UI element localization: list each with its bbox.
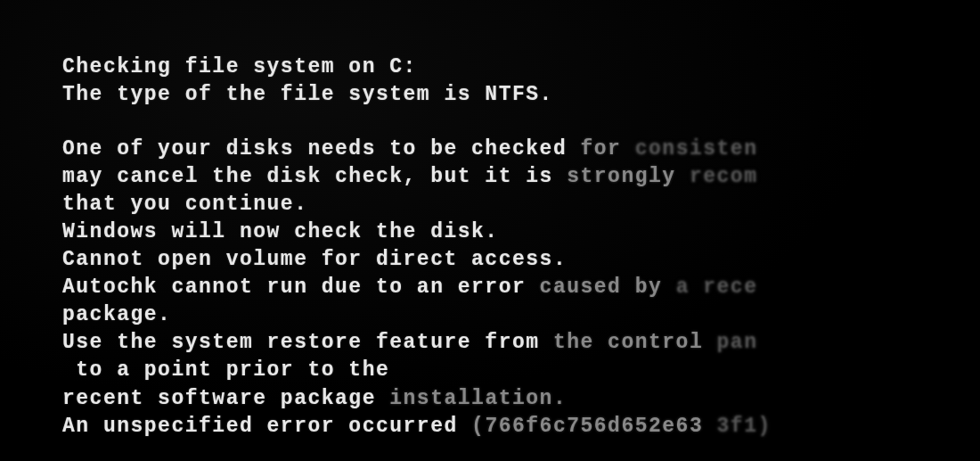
line-text: to a point prior to the xyxy=(62,358,389,382)
line-text-faded: (766f6c756d652e63 xyxy=(471,415,716,438)
line-text-faded: recom xyxy=(690,165,758,188)
line-text: One of your disks needs to be checked xyxy=(62,137,581,161)
line-text: recent software package xyxy=(62,387,389,410)
line-text: The type of the file system is NTFS. xyxy=(62,83,553,106)
console-line: may cancel the disk check, but it is str… xyxy=(62,163,980,191)
line-text: may cancel the disk check, but it is xyxy=(62,165,567,188)
console-line: The type of the file system is NTFS. xyxy=(62,81,980,109)
line-text: Autochk cannot run due to an error xyxy=(62,276,540,299)
line-text-faded: the control xyxy=(553,331,717,354)
console-line: that you continue. xyxy=(62,191,980,218)
line-text: package. xyxy=(62,303,171,326)
console-line: to a point prior to the xyxy=(62,357,980,384)
line-text-faded: pan xyxy=(717,331,758,354)
line-text: Windows will now check the disk. xyxy=(62,220,499,243)
line-text-faded: consisten xyxy=(635,137,758,161)
console-line: recent software package installation. xyxy=(62,385,980,413)
line-text-faded: for xyxy=(581,137,635,161)
console-line: An unspecified error occurred (766f6c756… xyxy=(62,413,980,440)
line-text-faded: caused by xyxy=(540,276,676,299)
line-text: An unspecified error occurred xyxy=(62,415,471,438)
console-line: package. xyxy=(62,301,980,329)
blank-line xyxy=(62,109,980,136)
line-text: Checking file system on C: xyxy=(62,55,417,78)
line-text-faded: installation. xyxy=(389,387,567,410)
line-text: Cannot open volume for direct access. xyxy=(62,248,567,271)
line-text: that you continue. xyxy=(62,193,307,216)
console-line: Autochk cannot run due to an error cause… xyxy=(62,274,980,301)
line-text-faded: a rece xyxy=(676,276,758,299)
console-output: Checking file system on C: The type of t… xyxy=(62,54,980,440)
console-line: Windows will now check the disk. xyxy=(62,218,980,246)
line-text: Use the system restore feature from xyxy=(62,331,553,354)
console-line: Checking file system on C: xyxy=(62,54,980,81)
console-line: Use the system restore feature from the … xyxy=(62,329,980,357)
line-text-faded: 3f1) xyxy=(717,415,772,438)
line-text-faded: strongly xyxy=(567,165,690,188)
console-line: One of your disks needs to be checked fo… xyxy=(62,136,980,163)
console-line: Cannot open volume for direct access. xyxy=(62,246,980,274)
